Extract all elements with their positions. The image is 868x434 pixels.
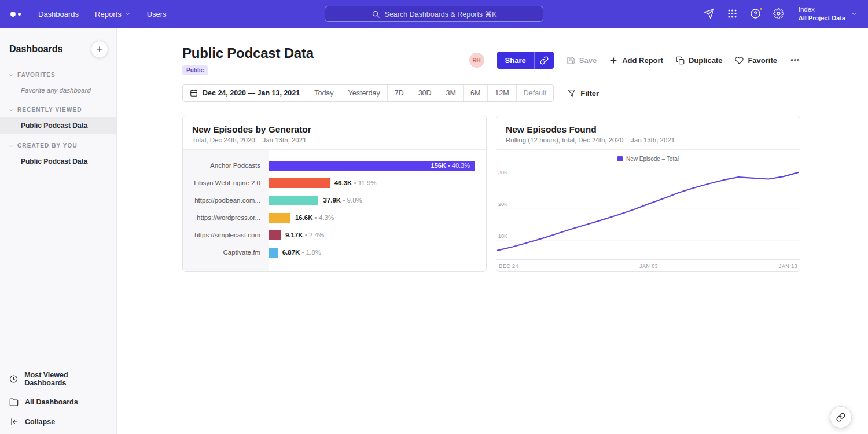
svg-text:20K: 20K — [498, 201, 507, 207]
filter-button[interactable]: Filter — [568, 89, 599, 98]
sidebar-section-favorites[interactable]: FAVORITES — [0, 64, 116, 82]
sidebar-item-favorite-any-dashboard: Favorite any dashboard — [0, 82, 116, 98]
bar-category-label: Libsyn WebEngine 2.0 — [183, 179, 269, 186]
more-options-button[interactable] — [790, 55, 800, 65]
bar-value-label: 46.3K • 11.9% — [334, 179, 377, 186]
line-card-subtitle: Rolling (12 hours), total, Dec 24th, 202… — [506, 137, 790, 144]
preset-12m[interactable]: 12M — [487, 85, 516, 101]
preset-3m[interactable]: 3M — [439, 85, 463, 101]
bar-card-header[interactable]: New Episodes by Generator Total, Dec 24t… — [183, 116, 486, 150]
nav-item-label: Reports — [95, 10, 122, 19]
x-tick-label: JAN 13 — [779, 263, 797, 269]
page-title: Public Podcast Data — [182, 45, 314, 61]
sidebar-title: Dashboards — [9, 44, 62, 54]
filter-icon — [568, 89, 576, 97]
sidebar-section-created-by-you[interactable]: CREATED BY YOU — [0, 134, 116, 153]
chevron-down-icon — [8, 107, 14, 113]
share-button[interactable]: Share — [497, 52, 534, 69]
bar[interactable]: 156K • 40.3% — [269, 161, 475, 171]
bar[interactable] — [269, 196, 318, 205]
add-report-button[interactable]: Add Report — [609, 56, 663, 65]
plus-icon — [95, 45, 104, 53]
preset-default[interactable]: Default — [516, 85, 554, 101]
bar[interactable] — [269, 230, 281, 240]
bar-row: Captivate.fm6.87K • 1.8% — [183, 244, 475, 261]
nav-item-reports[interactable]: Reports — [95, 10, 131, 19]
sidebar-item-public-podcast-data[interactable]: Public Podcast Data — [0, 153, 116, 170]
bar-card-subtitle: Total, Dec 24th, 2020 – Jan 13th, 2021 — [192, 137, 477, 144]
preset-30d[interactable]: 30D — [411, 85, 439, 101]
app-logo[interactable] — [10, 12, 21, 17]
sidebar-header: Dashboards — [0, 28, 116, 64]
bar-track: 6.87K • 1.8% — [269, 248, 475, 258]
sidebar-section-recently-viewed[interactable]: RECENTLY VIEWED — [0, 98, 116, 117]
bar-category-label: https://podbean.com... — [183, 197, 269, 204]
search-bar[interactable]: Search Dashboards & Reports ⌘K — [325, 6, 543, 22]
bar-row: https://wordpress.or...16.6K • 4.3% — [183, 209, 475, 226]
bar-category-label: https://simplecast.com — [183, 231, 269, 238]
header-actions: RH Share Save Add Report — [469, 52, 800, 69]
sidebar-item-public-podcast-data[interactable]: Public Podcast Data — [0, 117, 116, 134]
send-icon[interactable] — [704, 8, 715, 19]
x-tick-label: DEC 24 — [499, 263, 518, 269]
nav-item-dashboards[interactable]: Dashboards — [38, 10, 79, 19]
bar[interactable] — [269, 248, 278, 258]
share-link-button[interactable] — [534, 52, 554, 69]
bar-chart-card: New Episodes by Generator Total, Dec 24t… — [182, 116, 487, 272]
more-icon — [790, 55, 800, 65]
favorite-button[interactable]: Favorite — [735, 56, 777, 65]
nav-item-label: Dashboards — [38, 10, 79, 19]
footer-most-viewed-dashboards[interactable]: Most Viewed Dashboards — [0, 366, 116, 392]
search-icon — [372, 10, 380, 19]
notification-dot — [759, 6, 763, 11]
bar-value-label: 9.17K • 2.4% — [285, 231, 324, 238]
gear-icon[interactable] — [773, 8, 784, 19]
save-button[interactable]: Save — [567, 56, 597, 65]
bar-track: 16.6K • 4.3% — [269, 213, 475, 223]
copy-link-fab[interactable] — [830, 406, 852, 428]
bar-row: Anchor Podcasts156K • 40.3% — [183, 157, 475, 174]
preset-7d[interactable]: 7D — [387, 85, 411, 101]
bar-value-label: 37.9K • 9.8% — [323, 197, 362, 204]
line-card-header[interactable]: New Episodes Found Rolling (12 hours), t… — [496, 116, 800, 150]
line-card-title: New Episodes Found — [506, 124, 790, 135]
collapse-icon — [9, 417, 19, 426]
project-selector[interactable]: Index All Project Data — [799, 5, 858, 22]
line-chart-svg: 10K20K30K — [496, 167, 800, 259]
toolbar: Dec 24, 2020 — Jan 13, 2021 TodayYesterd… — [182, 84, 800, 102]
duplicate-button[interactable]: Duplicate — [676, 56, 723, 65]
add-dashboard-button[interactable] — [91, 41, 108, 58]
copy-icon — [676, 56, 685, 65]
date-range-picker[interactable]: Dec 24, 2020 — Jan 13, 2021 — [183, 85, 307, 101]
link-icon — [836, 413, 845, 422]
sidebar-sections: FAVORITESFavorite any dashboardRECENTLY … — [0, 64, 116, 170]
x-axis-labels: DEC 24JAN 03JAN 13 — [496, 259, 800, 269]
copy-icon — [676, 56, 685, 65]
avatar[interactable]: RH — [469, 53, 484, 68]
save-icon — [567, 56, 575, 65]
heart-icon — [735, 56, 744, 65]
footer-label: Most Viewed Dashboards — [24, 371, 107, 387]
bar-track: 9.17K • 2.4% — [269, 230, 475, 240]
project-text: Index All Project Data — [799, 5, 845, 22]
footer-label: All Dashboards — [25, 398, 78, 406]
svg-text:10K: 10K — [498, 233, 507, 239]
section-label: CREATED BY YOU — [17, 142, 78, 149]
bar-category-label: https://wordpress.or... — [183, 214, 269, 221]
help-button[interactable] — [750, 8, 761, 19]
bar[interactable] — [269, 178, 330, 188]
chart-legend: New Episode – Total — [496, 156, 800, 162]
line-series[interactable] — [498, 172, 799, 251]
nav-item-users[interactable]: Users — [147, 10, 167, 19]
preset-yesterday[interactable]: Yesterday — [341, 85, 387, 101]
bar[interactable] — [269, 213, 290, 223]
link-icon — [540, 56, 549, 65]
bar-card-title: New Episodes by Generator — [192, 124, 477, 135]
preset-today[interactable]: Today — [307, 85, 340, 101]
apps-grid-icon[interactable] — [727, 8, 738, 19]
footer-all-dashboards[interactable]: All Dashboards — [0, 392, 116, 412]
preset-6m[interactable]: 6M — [463, 85, 487, 101]
calendar-icon — [190, 89, 198, 97]
footer-collapse[interactable]: Collapse — [0, 412, 116, 432]
main-content: Public Podcast Data Public RH Share Save — [182, 45, 800, 272]
